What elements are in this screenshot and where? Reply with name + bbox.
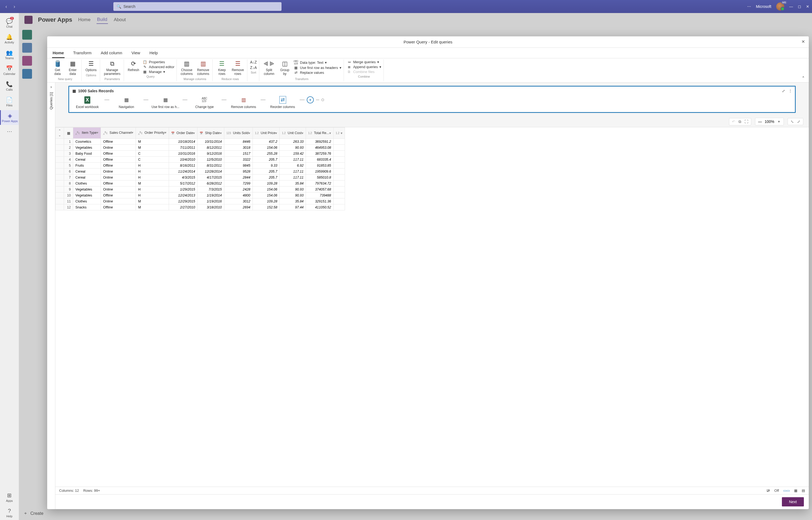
table-cell[interactable]: 411050.52	[306, 204, 333, 210]
table-cell[interactable]: Clothes	[73, 180, 101, 186]
get-data-button[interactable]: 🛢️ Get data	[51, 60, 64, 76]
filter-dropdown-icon[interactable]: ▾	[341, 131, 342, 135]
table-cell[interactable]	[333, 204, 345, 210]
table-cell[interactable]: 1/19/2014	[197, 192, 224, 199]
table-cell[interactable]: Snacks	[73, 204, 101, 210]
table-row[interactable]: 2VegetablesOnlineM7/11/20118/12/20113018…	[56, 145, 345, 151]
table-cell[interactable]	[333, 151, 345, 157]
sidebar-item-calendar[interactable]: 📅Calendar	[0, 63, 19, 78]
sidebar-item-teams[interactable]: 👥Teams	[0, 47, 19, 62]
zoom-in-icon[interactable]: ＋	[777, 119, 781, 124]
maximize-icon[interactable]: ◻	[798, 4, 801, 9]
table-cell[interactable]: 9845	[224, 162, 252, 168]
sort-desc-button[interactable]: Z↓A	[250, 66, 257, 70]
collapse-preview-icon[interactable]: ⤡	[790, 120, 794, 124]
filter-dropdown-icon[interactable]: ▾	[248, 131, 250, 135]
table-cell[interactable]	[333, 192, 345, 199]
table-cell[interactable]: 117.11	[280, 168, 306, 175]
undo-icon[interactable]: ↶	[732, 120, 735, 124]
merge-queries-button[interactable]: ⫘Merge queries ▾	[346, 60, 381, 64]
manage-parameters-button[interactable]: ⧉ Manage parameters	[103, 60, 121, 76]
column-header[interactable]: 📅 Ship Date ▾	[197, 128, 224, 139]
table-row[interactable]: 7CerealOnlineH4/3/20154/17/20152844205.7…	[56, 175, 345, 180]
table-cell[interactable]: 35.84	[280, 199, 306, 204]
table-cell[interactable]	[333, 157, 345, 162]
table-cell[interactable]: Cereal	[73, 175, 101, 180]
table-cell[interactable]: C	[136, 151, 169, 157]
table-cell[interactable]: 205.7	[252, 168, 280, 175]
ribbon-tab-add-column[interactable]: Add column	[100, 48, 122, 58]
ribbon-tab-view[interactable]: View	[131, 48, 141, 58]
sidebar-item-chat[interactable]: 💬Chat1	[0, 16, 19, 30]
table-row[interactable]: 9VegetablesOnlineH1/29/20157/3/201524281…	[56, 186, 345, 192]
column-header[interactable]: ABc Item Type ▾	[73, 128, 101, 139]
table-cell[interactable]: Online	[101, 199, 136, 204]
choose-columns-button[interactable]: ▥ Choose columns	[179, 60, 194, 76]
table-cell[interactable]: Clothes	[73, 199, 101, 204]
table-cell[interactable]: 2/27/2010	[169, 204, 197, 210]
table-cell[interactable]: 3/18/2010	[197, 204, 224, 210]
sidebar-item-apps[interactable]: ⊞Apps	[0, 490, 19, 504]
table-cell[interactable]: Fruits	[73, 162, 101, 168]
queries-label[interactable]: Queries [1]	[49, 92, 53, 110]
nav-forward-icon[interactable]: ›	[11, 4, 18, 9]
column-header[interactable]: 📅 Order Date ▾	[169, 128, 197, 139]
properties-button[interactable]: 📋Properties	[142, 60, 174, 64]
table-cell[interactable]: 1517	[224, 151, 252, 157]
table-cell[interactable]: Cosmetics	[73, 139, 101, 145]
column-header[interactable]: 123 Units Sold ▾	[224, 128, 252, 139]
table-cell[interactable]: 117.11	[280, 157, 306, 162]
table-cell[interactable]: 6/28/2012	[197, 180, 224, 186]
table-cell[interactable]: 2844	[224, 175, 252, 180]
query-step[interactable]: ABC123Change type	[190, 96, 219, 109]
table-cell[interactable]: 154.06	[252, 145, 280, 151]
query-step[interactable]: ▥Remove columns	[229, 96, 258, 109]
query-step[interactable]: ▦Use first row as h...	[150, 96, 180, 109]
table-cell[interactable]: Offline	[101, 157, 136, 162]
table-cell[interactable]: Online	[101, 145, 136, 151]
diagram-menu-icon[interactable]: ⋮	[788, 89, 792, 93]
table-cell[interactable]: 374057.68	[306, 186, 333, 192]
nav-back-icon[interactable]: ‹	[3, 4, 10, 9]
sidebar-item-files[interactable]: 📄Files	[0, 95, 19, 109]
table-cell[interactable]: M	[136, 139, 169, 145]
table-cell[interactable]: 2694	[224, 204, 252, 210]
list-view-icon[interactable]: ▤	[802, 489, 805, 493]
table-cell[interactable]: 8/16/2011	[169, 162, 197, 168]
fit-icon[interactable]: ⧉	[738, 120, 741, 124]
table-cell[interactable]: 7299	[224, 180, 252, 186]
table-cell[interactable]: Offline	[101, 204, 136, 210]
add-step-button[interactable]: +	[307, 96, 314, 103]
sort-asc-button[interactable]: A↓Z	[250, 60, 257, 64]
table-cell[interactable]: Cereal	[73, 157, 101, 162]
table-cell[interactable]: 2428	[224, 186, 252, 192]
filter-dropdown-icon[interactable]: ▾	[132, 131, 134, 135]
table-cell[interactable]: 7/3/2015	[197, 186, 224, 192]
table-cell[interactable]: Online	[101, 175, 136, 180]
table-cell[interactable]: Offline	[101, 139, 136, 145]
step-indicator-icon[interactable]: 🖳	[766, 489, 770, 493]
table-cell[interactable]: 683335.4	[306, 157, 333, 162]
split-column-button[interactable]: ⫷⫸ Split column	[262, 60, 276, 76]
first-row-headers-button[interactable]: ▦Use first row as headers ▾	[293, 66, 341, 70]
table-cell[interactable]: 97.44	[280, 204, 306, 210]
table-row[interactable]: 8ClothesOfflineM5/17/20126/28/2012729910…	[56, 180, 345, 186]
table-cell[interactable]: 154.06	[252, 192, 280, 199]
sidebar-item-more[interactable]: ⋯	[0, 126, 19, 137]
table-cell[interactable]: 4800	[224, 192, 252, 199]
ribbon-tab-transform[interactable]: Transform	[73, 48, 92, 58]
sidebar-item-activity[interactable]: 🔔Activity	[0, 31, 19, 46]
filter-dropdown-icon[interactable]: ▾	[220, 131, 222, 135]
sidebar-item-help[interactable]: ?Help	[0, 505, 19, 520]
column-header[interactable]: 1.2 Unit Cost ▾	[280, 128, 306, 139]
expand-queries-icon[interactable]: ›	[51, 85, 52, 89]
expand-preview-icon[interactable]: ⤢	[797, 120, 800, 124]
table-cell[interactable]: 90.93	[280, 192, 306, 199]
table-cell[interactable]: M	[136, 199, 169, 204]
query-step[interactable]: XExcel workbook	[73, 96, 102, 109]
table-cell[interactable]: 205.7	[252, 175, 280, 180]
table-cell[interactable]: 797634.72	[306, 180, 333, 186]
table-cell[interactable]: 12/5/2010	[197, 157, 224, 162]
table-cell[interactable]: 1959909.6	[306, 168, 333, 175]
refresh-button[interactable]: ⟳ Refresh	[127, 60, 140, 73]
